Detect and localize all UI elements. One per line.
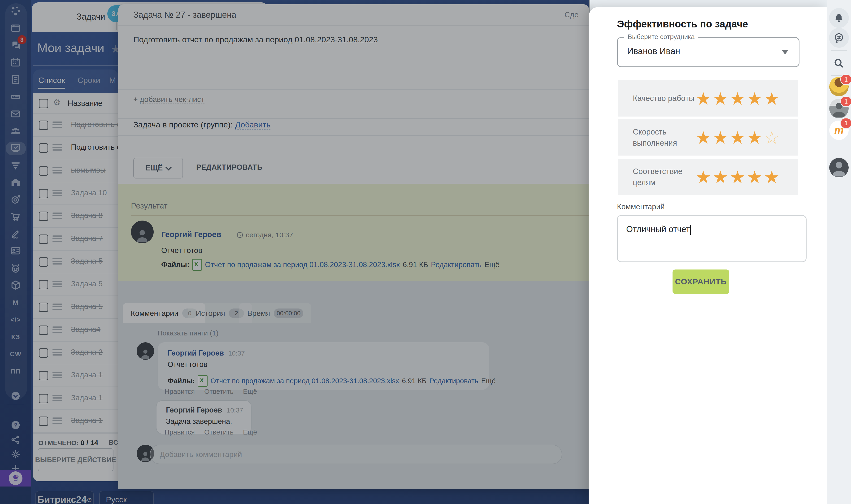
- star-icon[interactable]: ★: [695, 88, 711, 109]
- comment-field-label: Комментарий: [617, 202, 665, 211]
- bitrix24-app: 3M</>КЗCWПП? ♛ Задачи › Проек ЗАДАЧА Мои…: [0, 0, 851, 504]
- search-button[interactable]: [829, 53, 849, 73]
- star-icon[interactable]: ★: [747, 167, 762, 187]
- star-rating: ★★★★★: [695, 159, 780, 195]
- star-icon[interactable]: ★: [712, 167, 728, 187]
- star-icon[interactable]: ★: [747, 88, 762, 109]
- notification-badge: 1: [840, 96, 851, 107]
- notification-badge: 1: [840, 118, 851, 129]
- text-cursor: [690, 225, 691, 235]
- panel-heading: Эффективность по задаче: [617, 18, 748, 30]
- save-button[interactable]: СОХРАНИТЬ: [672, 270, 729, 294]
- star-icon[interactable]: ★: [712, 88, 728, 109]
- current-user-avatar[interactable]: [829, 158, 849, 177]
- star-icon[interactable]: ☆: [764, 127, 779, 148]
- bell-icon: [834, 13, 844, 23]
- employee-select[interactable]: Выберите сотрудника Иванов Иван: [617, 37, 799, 67]
- rating-label: Соответствие целям: [633, 159, 704, 195]
- star-icon[interactable]: ★: [712, 127, 728, 148]
- chat-icon: [833, 32, 845, 43]
- rating-row: Качество работы★★★★★: [618, 80, 798, 116]
- employee-select-label: Выберите сотрудника: [624, 33, 698, 41]
- rating-row: Соответствие целям★★★★★: [618, 159, 798, 195]
- star-icon[interactable]: ★: [764, 88, 779, 109]
- rating-label: Качество работы: [633, 80, 704, 116]
- rating-row: Скорость выполнения★★★★☆: [618, 120, 798, 156]
- star-icon[interactable]: ★: [730, 88, 745, 109]
- rating-label: Скорость выполнения: [633, 120, 704, 156]
- search-icon: [833, 58, 845, 69]
- star-rating: ★★★★☆: [695, 120, 780, 156]
- notification-badge: 1: [840, 74, 851, 85]
- star-icon[interactable]: ★: [695, 167, 711, 187]
- right-toolbar: 111m: [827, 0, 851, 504]
- slider-overlay[interactable]: [0, 0, 590, 504]
- messenger-button[interactable]: [829, 28, 849, 48]
- notifications-button[interactable]: [829, 8, 849, 28]
- star-icon[interactable]: ★: [764, 167, 779, 187]
- employee-select-value: Иванов Иван: [627, 46, 680, 56]
- star-icon[interactable]: ★: [695, 127, 711, 148]
- dropdown-caret-icon: [782, 50, 789, 54]
- star-icon[interactable]: ★: [730, 167, 745, 187]
- efficiency-panel: Эффективность по задаче Выберите сотрудн…: [589, 7, 827, 504]
- star-rating: ★★★★★: [695, 80, 780, 116]
- comment-textarea[interactable]: Отличный отчет: [617, 215, 807, 262]
- star-icon[interactable]: ★: [730, 127, 745, 148]
- star-icon[interactable]: ★: [747, 127, 762, 148]
